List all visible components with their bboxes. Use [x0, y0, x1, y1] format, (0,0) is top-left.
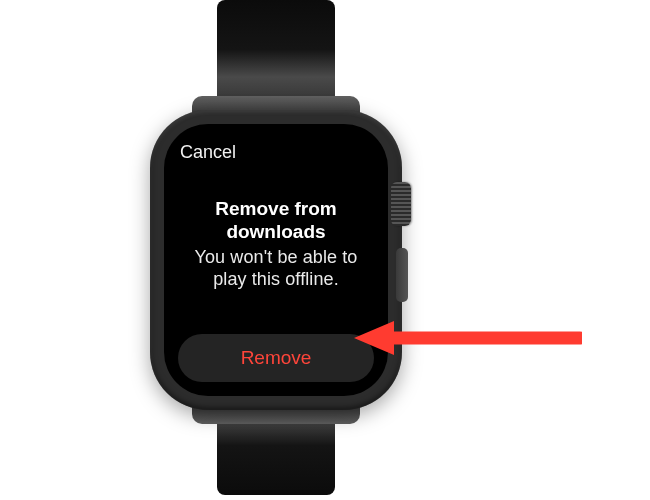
- side-button[interactable]: [396, 248, 408, 302]
- watch-device: Cancel Remove from downloads You won't b…: [120, 50, 430, 445]
- dialog-title: Remove from downloads: [184, 198, 368, 243]
- remove-button[interactable]: Remove: [178, 334, 374, 382]
- watch-screen: Cancel Remove from downloads You won't b…: [164, 124, 388, 396]
- watch-case: Cancel Remove from downloads You won't b…: [150, 110, 402, 410]
- dialog-message: You won't be able to play this offline.: [184, 247, 368, 291]
- dialog-content: Remove from downloads You won't be able …: [178, 161, 374, 328]
- digital-crown[interactable]: [391, 182, 411, 226]
- watch-band-top: [217, 0, 335, 110]
